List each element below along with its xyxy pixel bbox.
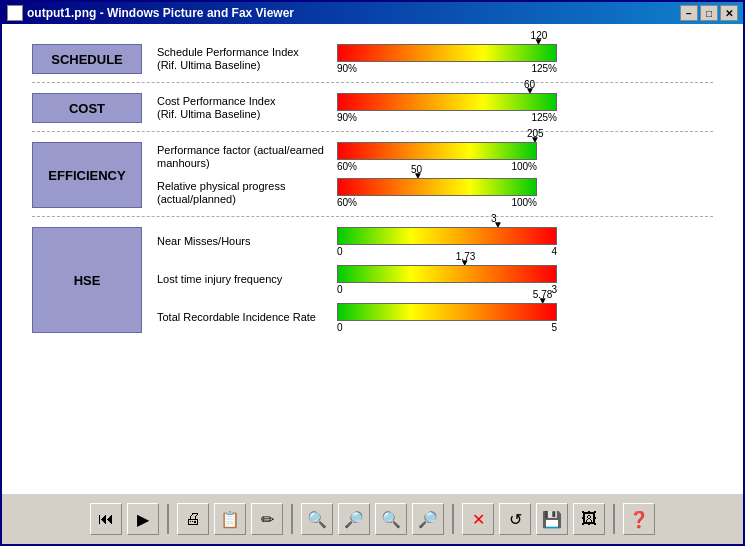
tb-rotate-ccw-btn[interactable]: ↺ <box>499 503 531 535</box>
cost-metrics: Cost Performance Index(Rif. Ultima Basel… <box>157 93 713 123</box>
main-window: output1.png - Windows Picture and Fax Vi… <box>0 0 745 546</box>
hse-max-label-1: 4 <box>551 246 557 257</box>
tb-sep-1 <box>167 504 169 534</box>
cost-min-label-1: 90% <box>337 112 357 123</box>
efficiency-row: EFFICIENCY Performance factor (actual/ea… <box>32 142 713 217</box>
hse-min-label-1: 0 <box>337 246 343 257</box>
taskbar: ⏮ ▶ 🖨 📋 ✏ 🔍 🔎 🔍 🔎 ✕ ↺ 💾 🖼 ❓ <box>2 492 743 544</box>
hse-bar-3 <box>337 303 557 321</box>
cost-label: COST <box>32 93 142 123</box>
efficiency-bar-2 <box>337 178 537 196</box>
title-bar: output1.png - Windows Picture and Fax Vi… <box>2 2 743 24</box>
efficiency-bar-1 <box>337 142 537 160</box>
tb-annotate-btn[interactable]: ✏ <box>251 503 283 535</box>
schedule-row: SCHEDULE Schedule Performance Index(Rif.… <box>32 44 713 83</box>
hse-max-label-2: 3 <box>551 284 557 295</box>
tb-sep-3 <box>452 504 454 534</box>
tb-zoom-in-btn[interactable]: 🔍 <box>301 503 333 535</box>
hse-bar-container-2: 1.73 ▼ 0 3 <box>337 265 713 295</box>
hse-row: HSE Near Misses/Hours 3 ▼ 0 4 <box>32 227 713 341</box>
hse-metric-1: Near Misses/Hours 3 ▼ 0 4 <box>157 227 713 257</box>
tb-sep-2 <box>291 504 293 534</box>
window-title: output1.png - Windows Picture and Fax Vi… <box>27 6 294 20</box>
hse-metric-3: Total Recordable Incidence Rate 5.78 ▼ 0… <box>157 303 713 333</box>
tb-save-btn[interactable]: 💾 <box>536 503 568 535</box>
content-area: SCHEDULE Schedule Performance Index(Rif.… <box>2 24 743 492</box>
schedule-max-label-1: 125% <box>531 63 557 74</box>
cost-row: COST Cost Performance Index(Rif. Ultima … <box>32 93 713 132</box>
efficiency-bar-labels-1: 60% 100% <box>337 161 537 172</box>
cost-metric-1: Cost Performance Index(Rif. Ultima Basel… <box>157 93 713 123</box>
efficiency-metric-label-1: Performance factor (actual/earned manhou… <box>157 144 327 170</box>
efficiency-min-label-2: 60% <box>337 197 357 208</box>
tb-help-btn[interactable]: ❓ <box>623 503 655 535</box>
hse-bar-labels-3: 0 5 <box>337 322 557 333</box>
hse-metric-label-3: Total Recordable Incidence Rate <box>157 311 327 324</box>
minimize-button[interactable]: − <box>680 5 698 21</box>
schedule-metric-label-1: Schedule Performance Index(Rif. Ultima B… <box>157 46 327 72</box>
hse-bar-2 <box>337 265 557 283</box>
schedule-bar-1 <box>337 44 557 62</box>
efficiency-metric-1: Performance factor (actual/earned manhou… <box>157 142 713 172</box>
cost-max-label-1: 125% <box>531 112 557 123</box>
tb-print-btn[interactable]: 🖨 <box>177 503 209 535</box>
tb-actual-size-btn[interactable]: 🔎 <box>412 503 444 535</box>
tb-delete-btn[interactable]: ✕ <box>462 503 494 535</box>
efficiency-min-label-1: 60% <box>337 161 357 172</box>
efficiency-max-label-1: 100% <box>511 161 537 172</box>
hse-metrics: Near Misses/Hours 3 ▼ 0 4 <box>157 227 713 333</box>
hse-bar-labels-1: 0 4 <box>337 246 557 257</box>
schedule-metric-1: Schedule Performance Index(Rif. Ultima B… <box>157 44 713 74</box>
tb-zoom-out-btn[interactable]: 🔎 <box>338 503 370 535</box>
efficiency-metric-2: Relative physical progress (actual/plann… <box>157 178 713 208</box>
efficiency-bar-container-2: 50 ▼ 60% 100% <box>337 178 713 208</box>
schedule-bar-container-1: 120 ▼ 90% 125% <box>337 44 713 74</box>
tb-best-fit-btn[interactable]: 🔍 <box>375 503 407 535</box>
tb-next-btn[interactable]: ▶ <box>127 503 159 535</box>
tb-open-btn[interactable]: 🖼 <box>573 503 605 535</box>
schedule-label: SCHEDULE <box>32 44 142 74</box>
efficiency-label: EFFICIENCY <box>32 142 142 208</box>
hse-bar-1 <box>337 227 557 245</box>
cost-bar-container-1: 60 ▼ 90% 125% <box>337 93 713 123</box>
hse-metric-2: Lost time injury frequency 1.73 ▼ 0 3 <box>157 265 713 295</box>
efficiency-max-label-2: 100% <box>511 197 537 208</box>
hse-min-label-3: 0 <box>337 322 343 333</box>
cost-bar-labels-1: 90% 125% <box>337 112 557 123</box>
tb-first-btn[interactable]: ⏮ <box>90 503 122 535</box>
tb-copy-btn[interactable]: 📋 <box>214 503 246 535</box>
schedule-min-label-1: 90% <box>337 63 357 74</box>
efficiency-bar-container-1: 205 ▼ 60% 100% <box>337 142 713 172</box>
cost-metric-label-1: Cost Performance Index(Rif. Ultima Basel… <box>157 95 327 121</box>
title-bar-left: output1.png - Windows Picture and Fax Vi… <box>7 5 294 21</box>
hse-bar-labels-2: 0 3 <box>337 284 557 295</box>
hse-bar-container-3: 5.78 ▼ 0 5 <box>337 303 713 333</box>
hse-label: HSE <box>32 227 142 333</box>
efficiency-bar-labels-2: 60% 100% <box>337 197 537 208</box>
close-button[interactable]: ✕ <box>720 5 738 21</box>
app-icon <box>7 5 23 21</box>
hse-max-label-3: 5 <box>551 322 557 333</box>
hse-metric-label-2: Lost time injury frequency <box>157 273 327 286</box>
schedule-bar-labels-1: 90% 125% <box>337 63 557 74</box>
hse-metric-label-1: Near Misses/Hours <box>157 235 327 248</box>
schedule-metrics: Schedule Performance Index(Rif. Ultima B… <box>157 44 713 74</box>
hse-min-label-2: 0 <box>337 284 343 295</box>
cost-bar-1 <box>337 93 557 111</box>
efficiency-metrics: Performance factor (actual/earned manhou… <box>157 142 713 208</box>
restore-button[interactable]: □ <box>700 5 718 21</box>
title-buttons: − □ ✕ <box>680 5 738 21</box>
hse-bar-container-1: 3 ▼ 0 4 <box>337 227 713 257</box>
efficiency-metric-label-2: Relative physical progress (actual/plann… <box>157 180 327 206</box>
tb-sep-4 <box>613 504 615 534</box>
